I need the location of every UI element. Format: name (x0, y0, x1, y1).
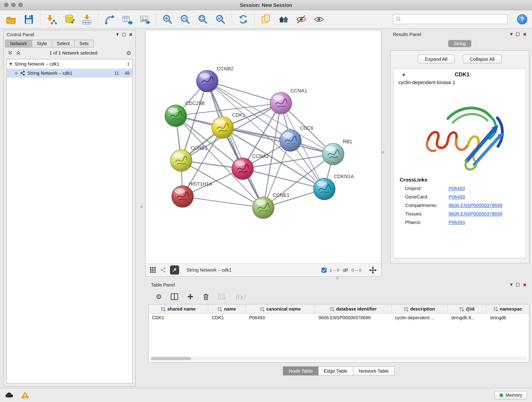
column-header-description[interactable]: description (392, 304, 447, 313)
network-edge[interactable] (183, 196, 263, 208)
current-network-name: String Network – cdk1 (186, 268, 231, 273)
scrollbar-thumb[interactable] (151, 357, 191, 360)
import-table-icon[interactable] (80, 13, 93, 26)
network-edge[interactable] (207, 81, 263, 208)
warning-icon[interactable] (21, 392, 29, 399)
gene-collapse-icon[interactable]: ▼ (402, 73, 405, 77)
hidden-nodes-edges-count: 0 – 0 (351, 268, 361, 273)
panel-float-icon[interactable]: ▼ (510, 32, 513, 36)
column-header-canonical-name[interactable]: canonical name (246, 304, 315, 313)
panel-maximize-icon[interactable] (122, 33, 126, 36)
column-header-database-identifier[interactable]: database identifier (315, 304, 392, 313)
control-panel-tabs: Network Style Select Sets (4, 39, 135, 47)
node-label-CCNE1: CCNE1 (273, 192, 290, 198)
gene-description: cyclin-dependent kinase 1 (394, 78, 526, 85)
cell-id[interactable]: stringdb:9... (447, 313, 486, 322)
network-edge[interactable] (207, 81, 281, 103)
tab-select[interactable]: Select (52, 40, 75, 47)
help-button[interactable]: ? (517, 14, 527, 24)
crosslink-uniprot-link[interactable]: P06493 (449, 186, 465, 191)
collapse-all-networks-icon[interactable] (8, 51, 13, 56)
zoom-fit-icon[interactable] (196, 13, 209, 26)
panel-maximize-icon[interactable] (516, 283, 520, 287)
minimize-window-button[interactable] (11, 3, 16, 7)
zoom-out-icon[interactable] (179, 13, 191, 26)
duplicate-document-icon[interactable] (260, 13, 272, 26)
expand-all-button[interactable]: Expand All (418, 55, 454, 64)
network-collection-row[interactable]: ▼ String Network – cdk1 1 (7, 59, 133, 69)
network-row[interactable]: String Network – cdk1 11 48 (7, 69, 133, 78)
crosslink-compartments-link[interactable]: 9606.ENSP00000378699 (449, 203, 502, 208)
network-options-gear-icon[interactable]: ⚙ (126, 50, 132, 56)
export-table-icon[interactable] (121, 13, 133, 26)
crosslink-tissues-link[interactable]: 9606.ENSP00000378699 (449, 211, 502, 217)
add-column-icon[interactable] (187, 293, 194, 300)
hide-graphics-icon[interactable] (295, 13, 308, 26)
network-canvas[interactable]: CCNB2CCNA1CDC25BCDK1CDC6RB1CCNB1CCNA2CDK… (146, 30, 381, 263)
panel-maximize-icon[interactable] (516, 32, 520, 36)
crosslink-genecard-link[interactable]: P06493 (449, 194, 465, 200)
import-network-file-icon[interactable] (45, 13, 58, 26)
tab-node-table[interactable]: Node Table (283, 366, 318, 375)
export-image-icon[interactable] (138, 13, 151, 26)
cell-namespace[interactable]: stringdb (487, 313, 529, 322)
right-splitter-handle[interactable] (382, 151, 384, 153)
close-window-button[interactable] (4, 3, 8, 7)
table-row[interactable]: CDK1 CDK1 P06493 9606.ENSP00000378699 cy… (149, 313, 529, 322)
memory-button[interactable]: Memory (494, 391, 527, 399)
tab-sets[interactable]: Sets (74, 40, 94, 47)
string-results-tab[interactable]: String (448, 40, 471, 47)
pan-move-icon[interactable] (369, 266, 377, 274)
home-icon[interactable] (277, 13, 290, 26)
column-header-namespace[interactable]: namespac (487, 304, 529, 313)
expand-all-networks-icon[interactable] (16, 51, 21, 56)
selected-checkbox-icon[interactable] (322, 267, 327, 273)
panel-close-icon[interactable]: ✖ (129, 32, 133, 37)
maximize-window-button[interactable] (18, 3, 23, 7)
import-network-database-icon[interactable] (63, 13, 76, 26)
zoom-selected-icon[interactable] (214, 13, 227, 26)
clone-network-icon[interactable] (103, 13, 116, 26)
bottom-splitter-handle[interactable] (336, 277, 339, 279)
tab-network[interactable]: Network (5, 40, 32, 47)
tab-edge-table[interactable]: Edge Table (318, 366, 353, 375)
function-builder-icon-disabled: f(x) (235, 293, 246, 300)
open-in-browser-button[interactable] (170, 265, 179, 274)
save-session-icon[interactable] (22, 13, 35, 26)
cloud-icon[interactable] (5, 392, 14, 398)
node-table: shared name name canonical name database… (148, 304, 529, 363)
panel-float-icon[interactable]: ▼ (116, 33, 119, 36)
collapse-all-button[interactable]: Collapse All (462, 55, 502, 64)
panel-float-icon[interactable]: ▼ (510, 283, 513, 287)
column-header-shared-name[interactable]: shared name (149, 304, 209, 313)
birds-eye-view-icon[interactable] (150, 267, 156, 273)
cell-database-identifier[interactable]: 9606.ENSP00000378699 (315, 313, 392, 322)
open-session-icon[interactable] (5, 13, 18, 26)
cell-description[interactable]: cyclin-dependent ... (392, 313, 447, 322)
tree-expander-icon[interactable]: ▼ (9, 62, 12, 66)
tab-style[interactable]: Style (32, 40, 51, 47)
cell-canonical-name[interactable]: P06493 (246, 313, 315, 322)
delete-column-icon[interactable] (203, 293, 209, 300)
search-input[interactable] (403, 17, 505, 22)
column-header-id[interactable]: @id (447, 304, 486, 313)
panel-close-icon[interactable]: ✖ (523, 283, 526, 287)
string-network-icon[interactable] (160, 267, 166, 273)
zoom-in-icon[interactable] (161, 13, 174, 26)
crosslink-label: Tissues: (405, 211, 449, 217)
cell-name[interactable]: CDK1 (208, 313, 246, 322)
table-options-gear-icon[interactable]: ⚙ (156, 293, 162, 301)
left-splitter-handle[interactable] (140, 206, 143, 208)
hidden-eye-slash-icon[interactable] (342, 267, 349, 273)
crosslink-pharos-link[interactable]: P06493 (449, 220, 465, 225)
table-horizontal-scrollbar[interactable] (150, 356, 527, 361)
cell-shared-name[interactable]: CDK1 (149, 313, 209, 322)
show-graphics-icon[interactable] (312, 13, 325, 26)
tab-network-table[interactable]: Network Table (353, 366, 394, 375)
panel-close-icon[interactable]: ✖ (523, 32, 526, 36)
node-highlight (325, 146, 336, 152)
show-columns-icon[interactable] (171, 293, 178, 300)
refresh-icon[interactable] (237, 13, 250, 26)
network-view: CCNB2CCNA1CDC25BCDK1CDC6RB1CCNB1CCNA2CDK… (145, 30, 381, 277)
column-header-name[interactable]: name (208, 304, 246, 313)
